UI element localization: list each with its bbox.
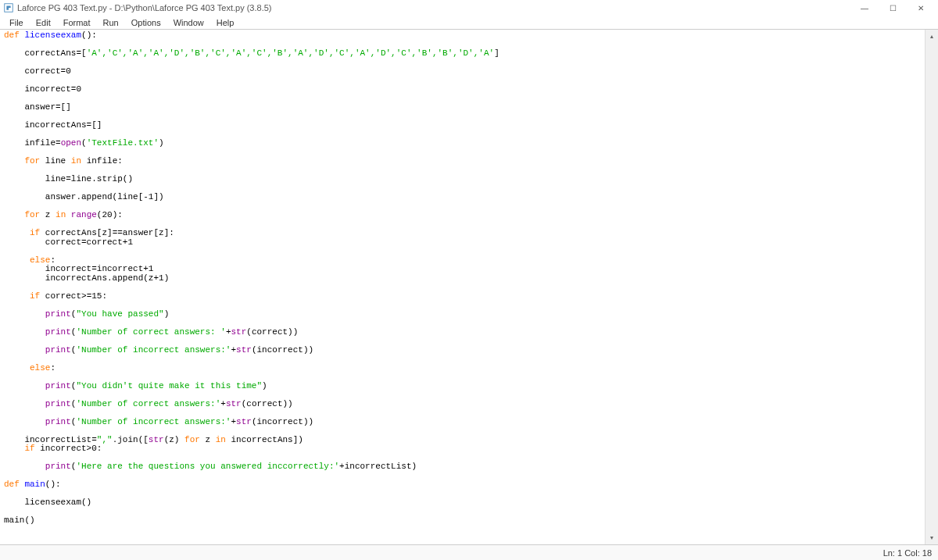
menu-help[interactable]: Help [210,18,241,27]
window-title: Laforce PG 403 Text.py - D:\Python\Lafor… [17,3,850,12]
code-editor[interactable]: def licenseexam(): correctAns=['A','C','… [0,30,925,544]
menu-options[interactable]: Options [125,18,167,27]
cursor-position: Ln: 1 Col: 18 [883,548,932,558]
scroll-down-icon[interactable]: ▾ [925,531,938,544]
menu-file[interactable]: File [3,18,30,27]
minimize-button[interactable]: — [850,0,879,16]
scroll-up-icon[interactable]: ▴ [925,30,938,43]
menu-run[interactable]: Run [97,18,125,27]
menu-window[interactable]: Window [167,18,210,27]
close-button[interactable]: ✕ [907,0,935,16]
titlebar: Laforce PG 403 Text.py - D:\Python\Lafor… [0,0,938,16]
statusbar: Ln: 1 Col: 18 [0,544,938,560]
menu-edit[interactable]: Edit [30,18,57,27]
vertical-scrollbar[interactable]: ▴ ▾ [925,30,938,544]
window-controls: — ☐ ✕ [850,0,935,16]
app-icon [3,2,14,13]
editor-area: def licenseexam(): correctAns=['A','C','… [0,30,938,544]
menu-format[interactable]: Format [57,18,97,27]
maximize-button[interactable]: ☐ [879,0,907,16]
menubar: File Edit Format Run Options Window Help [0,16,938,30]
